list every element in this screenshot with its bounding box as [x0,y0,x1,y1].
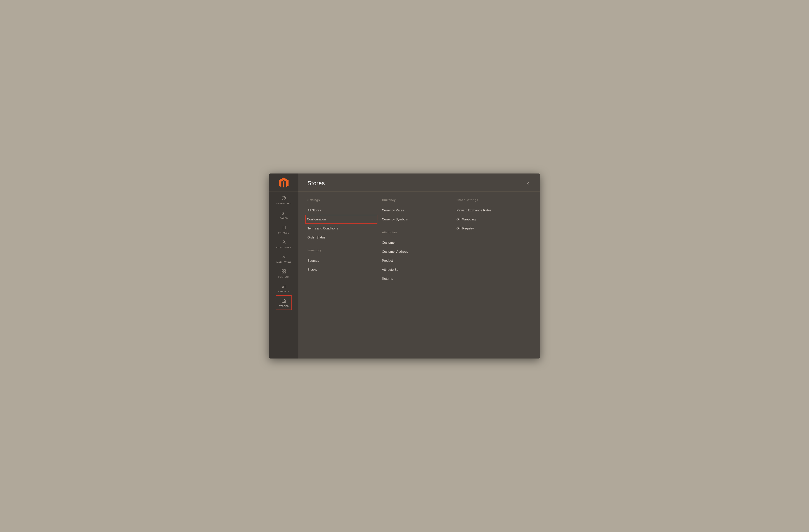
menu-item-gift-wrapping[interactable]: Gift Wrapping [454,215,527,224]
menu-item-all-stores[interactable]: All Stores [305,206,377,215]
sidebar-label-customers: CUSTOMERS [276,246,291,249]
sidebar-item-catalog[interactable]: CATALOG [276,222,292,237]
sidebar-item-dashboard[interactable]: DASHBOARD [276,193,292,207]
menu-item-gift-registry[interactable]: Gift Registry [454,224,527,233]
currency-column: Currency Currency RatesCurrency Symbols … [382,198,457,352]
customers-icon [281,240,286,245]
inventory-section: Inventory SourcesStocks [307,249,377,274]
svg-rect-5 [282,270,283,271]
main-window: DASHBOARD$SALESCATALOGCUSTOMERSMARKETING… [269,174,540,358]
settings-heading: Settings [307,198,377,202]
sidebar-label-marketing: MARKETING [276,261,291,263]
svg-point-4 [283,241,285,242]
menu-item-customer-address[interactable]: Customer Address [380,247,452,256]
svg-rect-10 [283,286,284,288]
magento-logo-icon [278,178,289,189]
settings-column: Settings All StoresConfigurationTerms an… [307,198,382,352]
inventory-heading: Inventory [307,249,377,252]
menu-item-reward-exchange-rates[interactable]: Reward Exchange Rates [454,206,527,215]
sidebar: DASHBOARD$SALESCATALOGCUSTOMERSMARKETING… [269,174,298,358]
content-icon [281,269,286,274]
sidebar-item-stores[interactable]: STORES [276,295,292,310]
menu-item-order-status[interactable]: Order Status [305,233,377,242]
svg-point-1 [283,198,284,198]
svg-rect-8 [284,272,286,273]
sidebar-label-reports: REPORTS [278,290,290,292]
catalog-icon [281,225,286,230]
settings-items: All StoresConfigurationTerms and Conditi… [307,206,377,242]
attributes-heading: Attributes [382,231,452,234]
menu-item-sources[interactable]: Sources [305,256,377,265]
svg-rect-7 [282,272,283,273]
svg-text:$: $ [282,211,284,215]
svg-rect-6 [284,270,286,271]
stores-panel: Stores × Settings All StoresConfiguratio… [298,174,540,358]
stores-icon [281,299,286,304]
dashboard-icon [281,196,286,201]
sidebar-label-content: CONTENT [278,276,290,278]
inventory-items: SourcesStocks [307,256,377,274]
reports-icon [281,284,286,289]
panel-title: Stores [307,180,325,187]
logo-area [269,174,298,192]
sidebar-label-sales: SALES [280,217,288,219]
menu-item-returns[interactable]: Returns [380,274,452,283]
menu-item-configuration[interactable]: Configuration [305,215,377,224]
sidebar-item-reports[interactable]: REPORTS [276,281,292,295]
other-settings-column: Other Settings Reward Exchange RatesGift… [457,198,531,352]
sidebar-label-dashboard: DASHBOARD [276,202,292,205]
sidebar-item-content[interactable]: CONTENT [276,266,292,281]
attributes-items: CustomerCustomer AddressProductAttribute… [382,238,452,283]
other-settings-heading: Other Settings [457,198,527,202]
menu-item-attribute-set[interactable]: Attribute Set [380,265,452,274]
svg-rect-11 [285,285,285,288]
currency-heading: Currency [382,198,452,202]
sidebar-item-sales[interactable]: $SALES [276,207,292,222]
other-settings-items: Reward Exchange RatesGift WrappingGift R… [457,206,527,233]
attributes-section: Attributes CustomerCustomer AddressProdu… [382,231,452,283]
svg-rect-3 [282,226,285,229]
sidebar-nav: DASHBOARD$SALESCATALOGCUSTOMERSMARKETING… [276,193,292,310]
menu-item-customer[interactable]: Customer [380,238,452,247]
sidebar-label-stores: STORES [279,305,289,307]
panel-header: Stores × [298,174,540,192]
sidebar-label-catalog: CATALOG [278,231,289,234]
sidebar-item-customers[interactable]: CUSTOMERS [276,237,292,251]
menu-item-stocks[interactable]: Stocks [305,265,377,274]
menu-item-currency-symbols[interactable]: Currency Symbols [380,215,452,224]
menu-grid: Settings All StoresConfigurationTerms an… [298,192,540,358]
sales-icon: $ [282,211,286,216]
svg-rect-12 [283,301,285,303]
close-button[interactable]: × [524,180,531,187]
menu-item-product[interactable]: Product [380,256,452,265]
menu-item-terms-and-conditions[interactable]: Terms and Conditions [305,224,377,233]
menu-item-currency-rates[interactable]: Currency Rates [380,206,452,215]
sidebar-item-marketing[interactable]: MARKETING [276,251,292,266]
svg-rect-9 [282,286,283,288]
marketing-icon [281,254,286,260]
currency-items: Currency RatesCurrency Symbols [382,206,452,224]
